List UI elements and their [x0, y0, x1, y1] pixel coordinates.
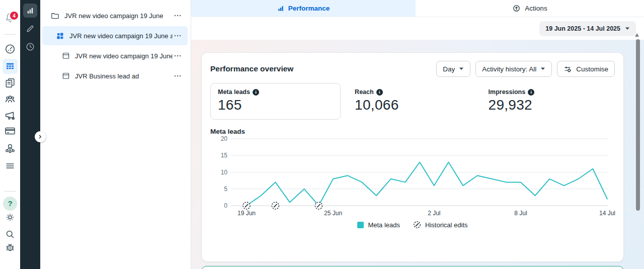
ads-manager-app: 4: [0, 0, 644, 269]
metric-impressions[interactable]: Impressions i 29,932: [481, 83, 615, 120]
campaigns-icon[interactable]: [3, 59, 18, 74]
svg-text:19 Jun: 19 Jun: [237, 210, 256, 217]
metric-value: 29,932: [489, 97, 615, 113]
account-overview-icon[interactable]: [5, 43, 16, 55]
folder-icon: [50, 11, 60, 21]
scrollbar-up-arrow[interactable]: [635, 33, 639, 37]
edit-pencil-icon[interactable]: [25, 24, 36, 34]
customise-sliders-icon: [564, 65, 572, 73]
scrollbar-thumb[interactable]: [636, 39, 640, 211]
svg-text:8 Jul: 8 Jul: [514, 210, 527, 217]
campaign-tools-rail: [20, 0, 40, 269]
metric-label: Impressions: [489, 88, 526, 96]
advertise-icon[interactable]: [4, 110, 16, 122]
info-icon[interactable]: i: [376, 89, 383, 96]
tree-item-label: JVR new video campaign 19 June ad: [75, 52, 173, 60]
tree-item-ad[interactable]: JVR Business lead ad: [42, 66, 188, 85]
caret-down-icon: [540, 67, 545, 70]
tree-item-label: JVR new video campaign 19 June: [64, 12, 173, 20]
tab-performance[interactable]: Performance: [191, 0, 416, 17]
pencil-circle-icon: [413, 221, 421, 229]
legend-meta-leads[interactable]: Meta leads: [357, 221, 400, 229]
performance-overview-card: Performance overview Day Activity histor…: [201, 52, 624, 262]
svg-text:0: 0: [224, 202, 227, 209]
ad-frame-icon: [61, 71, 70, 80]
insights-chart-icon[interactable]: [23, 4, 37, 18]
ad-set-grid-icon: [55, 31, 65, 41]
card-title: Performance overview: [210, 64, 431, 73]
billing-icon[interactable]: [4, 125, 16, 137]
legend-historical-edits[interactable]: Historical edits: [413, 221, 468, 229]
history-clock-icon[interactable]: [25, 42, 36, 52]
tree-item-label: JVR new video campaign 19 June ad set: [69, 32, 173, 40]
more-options-icon[interactable]: [173, 73, 183, 78]
view-tabs: Performance Actions: [191, 0, 644, 17]
metric-label: Reach: [355, 88, 374, 96]
metric-value: 165: [218, 97, 333, 113]
global-nav-rail: 4: [0, 0, 20, 269]
leads-chart[interactable]: 0510152019 Jun25 Jun2 Jul8 Jul14 Jul: [210, 136, 616, 220]
performance-bars-icon: [277, 5, 284, 12]
svg-text:5: 5: [224, 186, 227, 193]
chart-title: Meta leads: [210, 128, 615, 135]
settings-gear-icon[interactable]: [5, 212, 16, 223]
next-section-card: [201, 266, 624, 269]
notifications-badge: 4: [9, 11, 19, 21]
breakdown-label: Day: [443, 65, 455, 73]
campaign-tree-panel: JVR new video campaign 19 June JVR new v…: [40, 0, 191, 269]
svg-text:2 Jul: 2 Jul: [428, 210, 440, 217]
more-options-icon[interactable]: [173, 13, 183, 18]
toolbar-row: 19 Jun 2025 - 14 Jul 2025: [191, 17, 644, 40]
customise-button[interactable]: Customise: [557, 61, 615, 77]
ad-frame-icon: [61, 51, 70, 60]
audiences-icon[interactable]: [4, 93, 16, 105]
tab-performance-label: Performance: [288, 5, 330, 12]
metric-label: Meta leads: [218, 88, 250, 96]
pages-icon[interactable]: [5, 77, 16, 89]
tab-actions-label: Actions: [525, 5, 547, 12]
chart-legend: Meta leads Historical edits: [210, 221, 615, 229]
svg-text:15: 15: [221, 152, 228, 159]
activity-history-label: Activity history: All: [482, 65, 536, 73]
metric-summary-row: Meta leads i 165 Reach i 10,066: [210, 83, 615, 120]
search-icon[interactable]: [5, 229, 16, 240]
breakdown-day-button[interactable]: Day: [436, 61, 470, 77]
more-options-icon[interactable]: [173, 33, 183, 38]
svg-text:20: 20: [221, 136, 228, 142]
report-bug-icon[interactable]: [5, 242, 16, 253]
help-icon[interactable]: ?: [3, 197, 17, 211]
legend-label: Historical edits: [425, 221, 468, 229]
tab-actions[interactable]: Actions: [416, 0, 644, 17]
all-tools-menu-icon[interactable]: [5, 160, 16, 171]
customise-label: Customise: [576, 65, 608, 73]
main-content: Performance Actions 19 Jun 2025 - 14 Jul…: [191, 0, 644, 269]
content-scroll-area: Performance overview Day Activity histor…: [191, 40, 644, 269]
tree-item-ad-set[interactable]: JVR new video campaign 19 June ad set: [42, 26, 188, 45]
svg-text:25 Jun: 25 Jun: [324, 210, 342, 217]
expand-panel-button[interactable]: [35, 131, 46, 142]
more-options-icon[interactable]: [173, 53, 183, 58]
metric-value: 10,066: [355, 97, 481, 113]
svg-text:14 Jul: 14 Jul: [599, 210, 615, 217]
tree-item-campaign[interactable]: JVR new video campaign 19 June: [42, 6, 188, 25]
info-icon[interactable]: i: [528, 89, 534, 96]
rail-divider: [4, 34, 16, 35]
caret-down-icon: [459, 67, 464, 70]
actions-arrow-icon: [512, 4, 521, 13]
metric-meta-leads[interactable]: Meta leads i 165: [210, 83, 341, 120]
legend-label: Meta leads: [368, 221, 400, 229]
metric-reach[interactable]: Reach i 10,066: [348, 83, 481, 120]
activity-history-button[interactable]: Activity history: All: [475, 61, 552, 77]
business-tools-icon[interactable]: [4, 142, 16, 154]
rail-divider: [4, 191, 16, 192]
date-range-label: 19 Jun 2025 - 14 Jul 2025: [545, 25, 620, 32]
tree-item-ad[interactable]: JVR new video campaign 19 June ad: [42, 46, 188, 65]
legend-swatch: [357, 222, 364, 228]
date-range-button[interactable]: 19 Jun 2025 - 14 Jul 2025: [539, 21, 636, 36]
tree-item-label: JVR Business lead ad: [75, 72, 173, 80]
caret-down-icon: [625, 27, 630, 30]
svg-text:10: 10: [221, 169, 228, 176]
info-icon[interactable]: i: [253, 89, 259, 96]
